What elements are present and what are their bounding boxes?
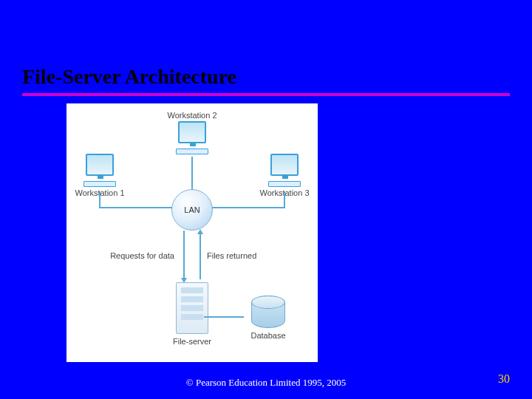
database-label: Database [242, 331, 294, 340]
footer-copyright: © Pearson Education Limited 1995, 2005 [0, 377, 532, 389]
connector-line [183, 231, 185, 279]
slide-title: File-Server Architecture [22, 65, 510, 93]
connector-line [99, 192, 100, 208]
keyboard-icon [268, 181, 301, 187]
connector-line [191, 157, 193, 189]
connector-line [99, 207, 173, 208]
flow-return-label: Files returned [207, 251, 256, 260]
workstation-3: Workstation 3 [259, 154, 310, 197]
workstation-2: Workstation 2 [166, 111, 218, 154]
database: Database [242, 296, 294, 340]
diagram-panel: Workstation 2 Workstation 1 Workstation … [66, 103, 318, 362]
lan-node: LAN [171, 189, 213, 231]
connector-line [204, 316, 244, 318]
title-underline [22, 93, 510, 96]
arrow-up-icon [197, 229, 203, 234]
title-area: File-Server Architecture [22, 65, 510, 96]
monitor-icon [270, 154, 299, 176]
monitor-icon [178, 121, 206, 143]
connector-line [200, 231, 201, 279]
workstation-2-label: Workstation 2 [166, 111, 218, 120]
server-icon [176, 282, 208, 334]
connector-line [284, 192, 285, 208]
slide-number: 30 [498, 372, 510, 386]
connector-line [211, 207, 285, 208]
workstation-1: Workstation 1 [74, 154, 126, 197]
file-server-label: File-server [170, 337, 214, 346]
diagram: Workstation 2 Workstation 1 Workstation … [66, 103, 318, 362]
monitor-icon [86, 154, 114, 176]
keyboard-icon [176, 149, 208, 154]
keyboard-icon [83, 181, 116, 187]
file-server: File-server [170, 282, 214, 346]
lan-label: LAN [184, 205, 200, 214]
database-icon [251, 296, 285, 328]
flow-request-label: Requests for data [93, 251, 174, 260]
